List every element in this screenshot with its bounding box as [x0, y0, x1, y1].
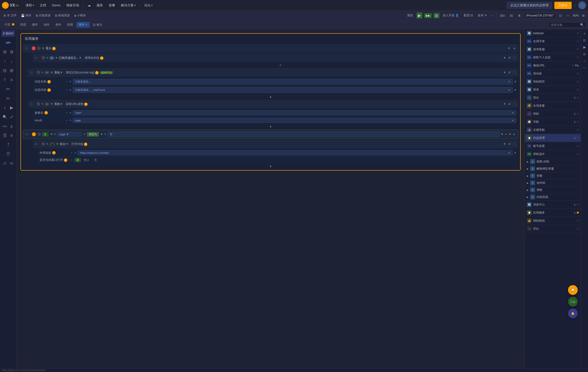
right-item-init-page[interactable]: 🔤 初始跳页 — [525, 78, 581, 86]
row-03-param-1-box[interactable]: 已购买虚拟.... ▼ — [73, 79, 513, 85]
resize-icon-btn[interactable]: ⤢ — [8, 113, 15, 121]
row-04-refresh[interactable]: ↺ — [508, 102, 511, 106]
upload-icon-btn[interactable]: ↑ — [1, 57, 8, 66]
row-04-expand-arrow-2[interactable]: ▼ — [512, 119, 514, 122]
nav-courses[interactable]: 课程 ▾ — [23, 0, 37, 11]
expand-components-btn[interactable]: 扩展组件 — [1, 30, 15, 37]
event-add-btn[interactable]: 事件 + — [76, 22, 90, 28]
row-03-param-2-expand2[interactable]: ↗ — [514, 88, 516, 92]
row-04-result-box[interactable]: page ▼ — [73, 118, 516, 123]
trace-btn[interactable]: 回调 — [65, 22, 75, 28]
variables-arrow[interactable]: ▶ — [527, 175, 529, 177]
nav-solutions[interactable]: 解决方案 ▾ — [118, 0, 139, 11]
more-btn[interactable]: › — [490, 13, 494, 18]
right-item-logout[interactable]: 🚶 登出 ℹ — [525, 94, 581, 102]
avatar-btn[interactable]: 👤 — [578, 1, 586, 9]
play2-icon-btn[interactable]: ▶ — [8, 103, 15, 112]
t-bracket-icon-btn[interactable]: [T] — [1, 159, 8, 168]
row-03-circle[interactable] — [513, 71, 516, 74]
nav-cloud[interactable]: ☁ — [85, 0, 94, 11]
row-05-stop-icon[interactable] — [32, 132, 36, 136]
right-item-get-user-info[interactable]: Fix 获取个人信息 — [525, 53, 581, 62]
row-05-expand-arr[interactable]: ▼ — [50, 133, 53, 136]
workbench-btn[interactable]: 工作台 — [554, 2, 572, 9]
row-02-expand[interactable]: ▼ — [55, 56, 58, 60]
right-item-nav[interactable]: 🧭 导航 ℹ — [525, 118, 581, 126]
plusminus-icon-btn[interactable]: ± — [8, 122, 15, 131]
far-right-btn-6[interactable]: — — [581, 64, 588, 71]
publish-item[interactable]: 发布 ✈ — [476, 12, 488, 19]
far-right-btn-1[interactable]: ≡ — [581, 30, 588, 37]
nav-packages[interactable]: 套餐 — [106, 0, 118, 11]
right-item-app-service[interactable]: 📋 应用服务 ℹ — [525, 209, 581, 217]
right-group-content-container[interactable]: ▶ ⊞ 内容容器 — [525, 193, 581, 201]
layout-icon1[interactable]: ⊟⊟ — [498, 13, 506, 18]
row-05-and-tag[interactable]: 且 — [42, 132, 49, 137]
row-02-circle[interactable] — [513, 56, 516, 60]
row-03-expand[interactable]: ▼ — [50, 71, 53, 74]
row-04-chevron[interactable]: ▼ — [60, 102, 63, 106]
nav-forum[interactable]: 论坛 ▾ — [141, 0, 155, 11]
row-05-type-btn[interactable]: 类型为 — [87, 132, 99, 137]
nav-docs[interactable]: 文档 — [37, 0, 49, 11]
row-02-chevron[interactable]: ▼ — [79, 56, 82, 60]
device-selector[interactable]: iPhone6/7/8 375*667 — [524, 13, 556, 18]
right-item-account-settings[interactable]: ⚙ 账号设置 — [525, 142, 581, 150]
row-03-param-1-help[interactable]: ? — [47, 80, 51, 84]
row-06-link-box[interactable]: 'https://www.ivx.cn/index' ▼ — [78, 150, 513, 155]
row-06-expand[interactable]: ▼ — [56, 142, 59, 146]
row-03-refresh[interactable]: ↺ — [508, 71, 511, 74]
right-item-modal-selected[interactable]: [T] 弹框选中 — [525, 150, 581, 158]
row-05-var-box[interactable]: page ▼ — [57, 132, 82, 137]
row-06-yes-btn[interactable]: 是 — [74, 158, 81, 162]
right-item-left-nav[interactable]: ◼ 左侧导航 — [525, 126, 581, 134]
layout-icon2[interactable]: ⊟| — [508, 13, 514, 18]
row-06-param-2-help[interactable]: ? — [64, 159, 67, 162]
right-item-baiduad[interactable]: 🔤 baiduad — [525, 29, 581, 37]
row-04-expand-arrow-1[interactable]: ▼ — [512, 112, 514, 114]
row-03-chevron[interactable]: ▼ — [60, 71, 63, 74]
row-04-param-1-help[interactable]: ? — [44, 111, 48, 115]
chat-float-btn[interactable]: 💬 — [568, 285, 578, 295]
row-06-param-1-help[interactable]: ? — [52, 151, 56, 155]
far-right-btn-3[interactable]: ▶ — [581, 44, 588, 50]
row-06-circle[interactable] — [513, 142, 516, 146]
right-item-login[interactable]: 🔤 登录 — [525, 86, 581, 94]
app-service-info-icon[interactable]: ℹ — [574, 211, 575, 214]
row-05-type-expand[interactable]: ▼ — [100, 133, 103, 136]
fast-play-btn[interactable]: ▶▶ — [424, 13, 432, 18]
right-item-global-font[interactable]: Fix 全局字体 — [525, 37, 581, 45]
row-06-up-btn[interactable]: ▲ — [269, 164, 272, 168]
list2-icon-btn[interactable]: ≡ — [8, 131, 15, 140]
same-layer-btn[interactable]: 同层 — [18, 22, 29, 28]
message-center-info-icon[interactable]: ℹ — [574, 203, 575, 206]
clock-icon-btn[interactable]: ⏱ — [2, 150, 14, 159]
row-03-param-2-help[interactable]: ? — [47, 88, 51, 92]
row-02-refresh[interactable]: ↺ — [508, 56, 511, 60]
notify-float-btn[interactable]: 🔔 — [568, 308, 578, 318]
unbind-arrow[interactable]: ▶ — [527, 168, 529, 170]
right-group-unbind[interactable]: ▶ ⊞ 解除绑定弹窗 — [525, 165, 581, 172]
list-icon-btn[interactable]: ☰ — [1, 131, 8, 140]
config-item[interactable]: 配置 ⊟ — [462, 12, 474, 19]
row-03-expand-arrow-1[interactable]: ▼ — [508, 80, 510, 83]
row-05-add-btn[interactable]: ＋ — [512, 132, 516, 137]
logo-icon[interactable]: i — [2, 2, 9, 9]
n-bracket-icon-btn[interactable]: [N] — [8, 159, 15, 168]
api-icon-btn[interactable]: API — [2, 38, 14, 47]
row-06-link-expand[interactable]: ▼ — [508, 152, 510, 154]
download-icon-btn[interactable]: ↓ — [8, 57, 15, 66]
app-service-dot[interactable] — [577, 212, 579, 213]
save-item[interactable]: 💾 保存 — [20, 12, 33, 19]
row-05-expand2[interactable]: ▼ — [501, 133, 504, 136]
collab-item[interactable]: 多人开发 👤 — [441, 12, 460, 19]
text-icon-btn[interactable]: T — [1, 75, 8, 84]
condition-btn[interactable]: 条件 — [53, 22, 64, 28]
layers-icon-btn[interactable]: ⊟ — [1, 66, 8, 75]
row-06-handle[interactable]: ⚫ — [42, 142, 45, 146]
component-gear-icon[interactable]: ⚙ — [8, 48, 15, 56]
search-input[interactable] — [551, 23, 580, 27]
row-02-expand2[interactable]: ▼ — [503, 56, 506, 60]
workbench-float-btn[interactable]: 工台 — [568, 297, 578, 307]
nav-demo[interactable]: Demo — [49, 0, 63, 11]
